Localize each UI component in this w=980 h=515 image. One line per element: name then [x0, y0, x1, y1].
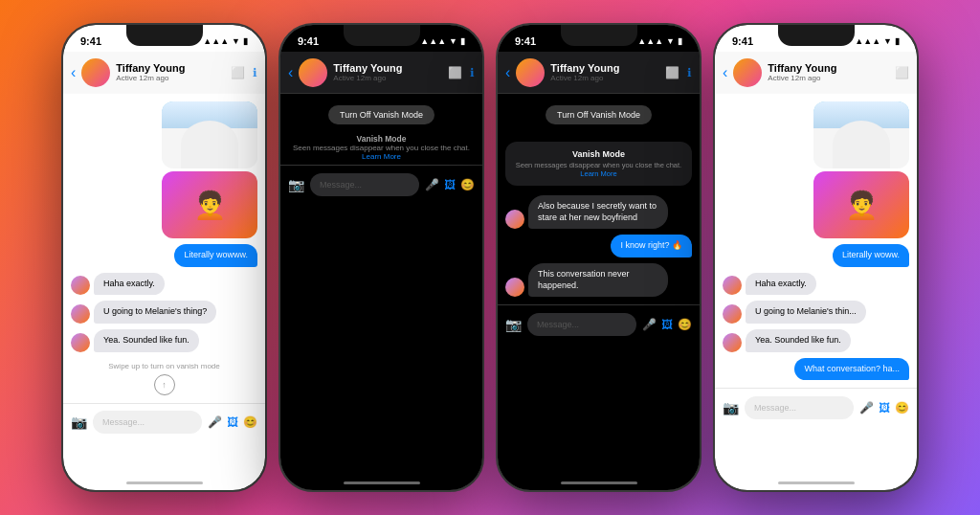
- mic-icon-2[interactable]: 🎤: [425, 178, 439, 191]
- info-icon-1[interactable]: ℹ: [253, 66, 257, 79]
- message-input-4[interactable]: Message...: [745, 396, 854, 419]
- back-button-3[interactable]: ‹: [505, 64, 510, 81]
- bubble-received-5: This conversation never happened.: [528, 263, 668, 297]
- header-info-4: Tiffany Young Active 12m ago: [768, 62, 889, 82]
- wifi-icon: ▼: [666, 36, 675, 46]
- message-input-2[interactable]: Message...: [310, 173, 419, 196]
- vanish-info-sub: Seen messages disappear when you close t…: [515, 161, 682, 178]
- sender-avatar: [71, 304, 90, 324]
- gallery-icon-2[interactable]: 🖼: [444, 178, 456, 191]
- back-button-2[interactable]: ‹: [288, 64, 293, 81]
- time-2: 9:41: [298, 35, 319, 47]
- gallery-icon-1[interactable]: 🖼: [227, 415, 238, 429]
- message-row: Yea. Sounded like fun.: [723, 329, 909, 352]
- bubble-received-3: Yea. Sounded like fun.: [94, 329, 199, 352]
- camera-icon-4[interactable]: 📷: [723, 400, 739, 415]
- gallery-icon-4[interactable]: 🖼: [879, 401, 890, 414]
- bubble-received-2: U going to Melanie's thing?: [94, 301, 216, 324]
- status-bar-1: 9:41 ▲▲▲ ▼ ▮: [63, 25, 265, 52]
- input-bar-1: 📷 Message... 🎤 🖼 😊: [63, 403, 265, 441]
- header-icons-1[interactable]: ⬜ ℹ: [231, 66, 257, 79]
- status-bar-4: 9:41 ▲▲▲ ▼ ▮: [715, 25, 917, 52]
- header-icons-4[interactable]: ⬜: [895, 66, 909, 79]
- mic-icon-4[interactable]: 🎤: [859, 401, 874, 414]
- mic-icon-1[interactable]: 🎤: [208, 415, 222, 429]
- image-messages-4: 🧑‍🦱: [723, 101, 909, 238]
- back-button-4[interactable]: ‹: [723, 64, 727, 81]
- battery-icon: ▮: [678, 36, 682, 46]
- chat-area-4: 🧑‍🦱 Literally woww. Haha exactly. U goin…: [715, 94, 917, 388]
- wifi-icon: ▼: [883, 36, 892, 46]
- video-icon-4[interactable]: ⬜: [895, 66, 909, 79]
- sender-avatar: [71, 276, 90, 295]
- chat-area-3: Vanish Mode Seen messages disappear when…: [498, 130, 700, 304]
- wifi-icon: ▼: [232, 36, 240, 46]
- sticker-icon-3[interactable]: 😊: [678, 318, 692, 331]
- message-row: Literally wowww.: [71, 244, 257, 267]
- input-icons-1: 🎤 🖼 😊: [208, 415, 257, 429]
- sticker-icon-1[interactable]: 😊: [243, 415, 257, 429]
- sender-avatar: [723, 276, 742, 295]
- message-input-3[interactable]: Message...: [527, 313, 636, 336]
- turn-off-vanish-button[interactable]: Turn Off Vanish Mode: [328, 105, 434, 124]
- input-placeholder-1: Message...: [102, 417, 145, 427]
- bubble-sent-4: Literally woww.: [833, 244, 909, 267]
- sender-avatar: [723, 333, 742, 352]
- contact-status-4: Active 12m ago: [768, 74, 889, 82]
- contact-name-4: Tiffany Young: [768, 62, 889, 74]
- camera-icon-1[interactable]: 📷: [71, 414, 87, 430]
- vanish-hint-area: Swipe up to turn on vanish mode ↑: [71, 358, 257, 395]
- message-row: This conversation never happened.: [505, 263, 692, 297]
- info-icon-2[interactable]: ℹ: [470, 66, 475, 79]
- input-icons-3: 🎤 🖼 😊: [642, 318, 692, 331]
- turn-off-area: Turn Off Vanish Mode: [280, 94, 482, 130]
- contact-avatar-4: [733, 58, 762, 87]
- header-info-1: Tiffany Young Active 12m ago: [116, 62, 225, 82]
- home-indicator-4: [778, 481, 855, 484]
- phone-4: 9:41 ▲▲▲ ▼ ▮ ‹ Tiffany Young Active 12m …: [713, 23, 919, 492]
- gallery-icon-3[interactable]: 🖼: [661, 318, 673, 331]
- chat-image-2: 🧑‍🦱: [162, 171, 257, 238]
- home-indicator-3: [561, 481, 637, 484]
- learn-more-link-3[interactable]: Learn More: [580, 169, 616, 178]
- vanish-info-box: Vanish Mode Seen messages disappear when…: [505, 142, 692, 186]
- mic-icon-3[interactable]: 🎤: [642, 318, 657, 331]
- image-messages-1: 🧑‍🦱: [71, 101, 257, 238]
- video-icon-3[interactable]: ⬜: [665, 66, 679, 79]
- turn-off-vanish-button-3[interactable]: Turn Off Vanish Mode: [546, 105, 652, 124]
- status-bar-3: 9:41 ▲▲▲ ▼ ▮: [498, 25, 700, 52]
- swipe-arrow: ↑: [162, 380, 167, 390]
- status-icons-1: ▲▲▲ ▼ ▮: [203, 36, 248, 46]
- contact-avatar-2: [299, 58, 327, 87]
- home-indicator-2: [344, 481, 420, 484]
- message-row: Also because I secretly want to stare at…: [505, 195, 692, 229]
- chat-header-3: ‹ Tiffany Young Active 12m ago ⬜ ℹ: [498, 52, 700, 94]
- video-icon-1[interactable]: ⬜: [231, 66, 245, 79]
- sticker-icon-4[interactable]: 😊: [895, 401, 909, 414]
- chat-header-4: ‹ Tiffany Young Active 12m ago ⬜: [715, 52, 917, 94]
- vanish-title: Vanish Mode: [357, 134, 407, 144]
- video-icon-2[interactable]: ⬜: [448, 66, 462, 79]
- input-icons-2: 🎤 🖼 😊: [425, 178, 475, 191]
- header-icons-2[interactable]: ⬜ ℹ: [448, 66, 475, 79]
- message-input-1[interactable]: Message...: [93, 411, 202, 434]
- header-icons-3[interactable]: ⬜ ℹ: [665, 66, 692, 79]
- status-icons-3: ▲▲▲ ▼ ▮: [637, 36, 682, 46]
- vanish-info-title: Vanish Mode: [515, 149, 682, 159]
- message-row: U going to Melanie's thing?: [71, 301, 257, 324]
- input-placeholder-2: Message...: [320, 180, 362, 190]
- message-row: Haha exactly.: [71, 273, 257, 296]
- info-icon-3[interactable]: ℹ: [687, 66, 692, 79]
- learn-more-link-2[interactable]: Learn More: [362, 152, 401, 161]
- bubble-received-1: Haha exactly.: [94, 273, 165, 296]
- sticker-icon-2[interactable]: 😊: [460, 178, 475, 191]
- sender-avatar: [505, 278, 524, 297]
- contact-name-3: Tiffany Young: [550, 62, 659, 74]
- camera-icon-2[interactable]: 📷: [288, 177, 304, 192]
- chat-image-1: [162, 101, 257, 168]
- signal-icon: ▲▲▲: [203, 36, 229, 46]
- bubble-sent-3: I know right? 🔥: [611, 235, 692, 258]
- input-icons-4: 🎤 🖼 😊: [859, 401, 909, 414]
- back-button-1[interactable]: ‹: [71, 64, 76, 81]
- camera-icon-3[interactable]: 📷: [505, 317, 522, 332]
